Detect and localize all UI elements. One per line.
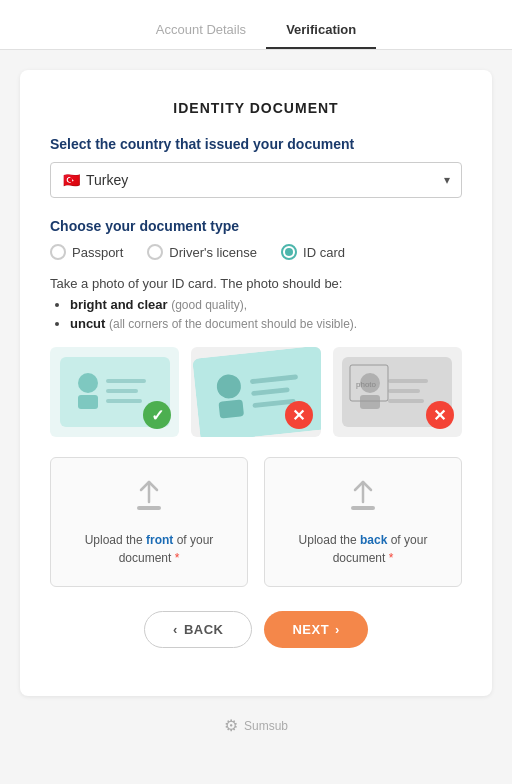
upload-front-label: Upload the front of yourdocument * <box>85 531 214 567</box>
instructions-list: bright and clear (good quality), uncut (… <box>50 297 462 331</box>
bad2-badge: ✕ <box>426 401 454 429</box>
doc-previews: ✓ ✕ pho <box>50 347 462 437</box>
svg-rect-14 <box>360 395 380 409</box>
doc-preview-bad1: ✕ <box>191 347 320 437</box>
section-title: IDENTITY DOCUMENT <box>50 100 462 116</box>
next-arrow-icon: › <box>335 622 340 637</box>
buttons-row: ‹ BACK NEXT › <box>50 611 462 648</box>
doctype-question: Choose your document type <box>50 218 462 234</box>
svg-rect-8 <box>218 399 244 418</box>
main-card: IDENTITY DOCUMENT Select the country tha… <box>20 70 492 696</box>
country-question: Select the country that issued your docu… <box>50 136 462 152</box>
svg-text:photo: photo <box>356 380 377 389</box>
doc-preview-good: ✓ <box>50 347 179 437</box>
back-highlight: back <box>360 533 387 547</box>
radio-id-card[interactable]: ID card <box>281 244 345 260</box>
tab-account-details[interactable]: Account Details <box>136 10 266 49</box>
svg-rect-17 <box>388 399 424 403</box>
upload-back-label: Upload the back of yourdocument * <box>299 531 428 567</box>
upload-front-box[interactable]: Upload the front of yourdocument * <box>50 457 248 587</box>
next-button[interactable]: NEXT › <box>264 611 368 648</box>
photo-instruction: Take a photo of your ID card. The photo … <box>50 276 462 291</box>
upload-back-icon <box>345 478 381 521</box>
upload-back-box[interactable]: Upload the back of yourdocument * <box>264 457 462 587</box>
footer-brand: Sumsub <box>244 719 288 733</box>
upload-front-icon <box>131 478 167 521</box>
radio-id-card-label: ID card <box>303 245 345 260</box>
radio-drivers-license-circle <box>147 244 163 260</box>
upload-row: Upload the front of yourdocument * Uploa… <box>50 457 462 587</box>
back-arrow-icon: ‹ <box>173 622 178 637</box>
country-flag: 🇹🇷 <box>63 172 80 188</box>
back-button[interactable]: ‹ BACK <box>144 611 252 648</box>
country-dropdown[interactable]: 🇹🇷 Turkey <box>50 162 462 198</box>
radio-passport-circle <box>50 244 66 260</box>
instruction-uncut: uncut (all corners of the document shoul… <box>70 316 462 331</box>
radio-drivers-license-label: Driver's license <box>169 245 257 260</box>
radio-id-card-circle <box>281 244 297 260</box>
radio-passport-label: Passport <box>72 245 123 260</box>
country-dropdown-wrapper: 🇹🇷 Turkey ▾ <box>50 162 462 198</box>
svg-rect-15 <box>388 379 428 383</box>
header: Account Details Verification <box>0 0 512 50</box>
bold-uncut: uncut <box>70 316 105 331</box>
front-required: * <box>175 551 180 565</box>
radio-passport[interactable]: Passport <box>50 244 123 260</box>
svg-rect-2 <box>78 395 98 409</box>
tab-verification[interactable]: Verification <box>266 10 376 49</box>
svg-point-1 <box>78 373 98 393</box>
country-name: Turkey <box>86 172 128 188</box>
svg-rect-20 <box>137 506 161 510</box>
svg-rect-3 <box>106 379 146 383</box>
radio-drivers-license[interactable]: Driver's license <box>147 244 257 260</box>
svg-rect-21 <box>351 506 375 510</box>
bold-bright: bright and clear <box>70 297 168 312</box>
front-highlight: front <box>146 533 173 547</box>
svg-rect-5 <box>106 399 142 403</box>
doc-preview-bad2: photo ✕ <box>333 347 462 437</box>
doctype-radio-group: Passport Driver's license ID card <box>50 244 462 260</box>
sumsub-logo-icon: ⚙ <box>224 716 238 735</box>
svg-rect-16 <box>388 389 420 393</box>
bad1-badge: ✕ <box>285 401 313 429</box>
back-required: * <box>389 551 394 565</box>
svg-rect-4 <box>106 389 138 393</box>
bright-detail: (good quality), <box>171 298 247 312</box>
footer: ⚙ Sumsub <box>224 716 288 751</box>
uncut-detail: (all corners of the document should be v… <box>109 317 357 331</box>
instruction-bright: bright and clear (good quality), <box>70 297 462 312</box>
